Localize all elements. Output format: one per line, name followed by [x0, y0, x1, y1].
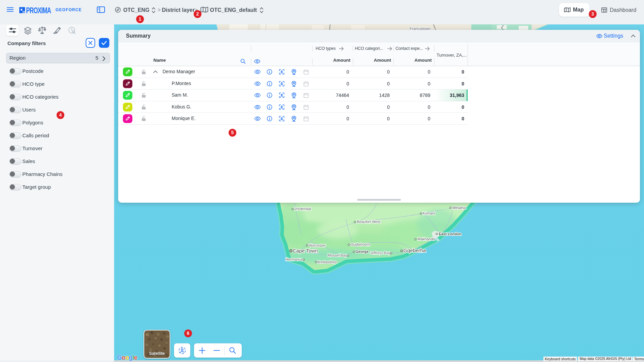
svg-text:Beaufort West: Beaufort West [357, 220, 381, 224]
svg-text:Vredendal: Vredendal [294, 207, 311, 211]
svg-text:Mossel Bay: Mossel Bay [328, 253, 347, 257]
svg-text:Mthatha: Mthatha [452, 206, 466, 210]
svg-text:Jeffreys Bay: Jeffreys Bay [370, 251, 391, 255]
svg-text:Gqeberha: Gqeberha [403, 247, 426, 253]
svg-text:Bredasdorp: Bredasdorp [317, 260, 337, 264]
svg-text:East London: East London [439, 232, 461, 236]
svg-text:Oudtshoorn: Oudtshoorn [350, 242, 370, 246]
svg-text:Hermanus: Hermanus [285, 257, 303, 261]
svg-text:George: George [356, 249, 369, 254]
svg-text:Makhanda: Makhanda [417, 237, 435, 241]
svg-text:Komani: Komani [423, 211, 435, 215]
svg-text:Worcester: Worcester [309, 243, 326, 247]
svg-text:Cape Town: Cape Town [293, 248, 318, 254]
